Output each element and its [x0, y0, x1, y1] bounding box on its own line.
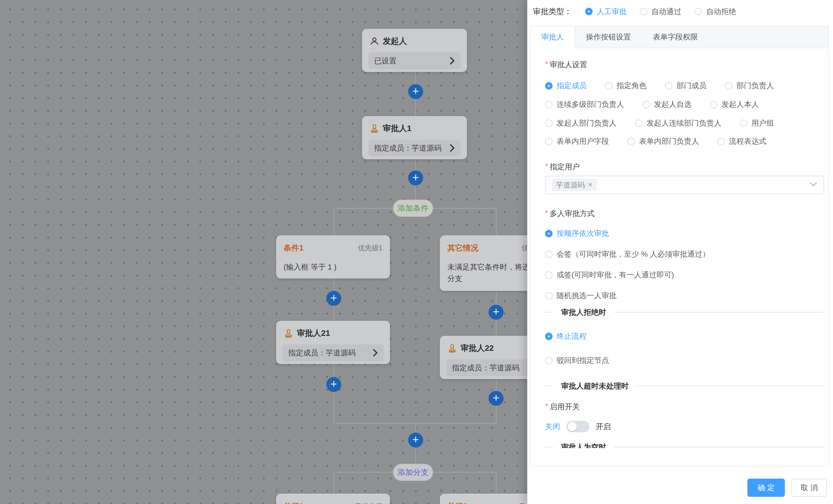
node-summary[interactable]: 已设置 [368, 52, 460, 69]
node-summary-text: 指定成员：芋道源码 [288, 348, 356, 358]
divider-line [637, 386, 824, 386]
divider-title: 审批人拒绝时 [553, 307, 614, 318]
radio-label: 发起人本人 [721, 99, 759, 109]
radio-starter-select[interactable]: 发起人自选 [642, 99, 691, 109]
radio-dot [605, 82, 613, 90]
user-icon [370, 36, 379, 46]
radio-starter-multi-dept-leader[interactable]: 发起人连续部门负责人 [635, 118, 721, 128]
radio-return-to-node[interactable]: 驳回到指定节点 [545, 355, 609, 366]
node-header: 条件1 优先级1 [276, 235, 390, 253]
node-approver21[interactable]: 审批人21 指定成员：芋道源码 [276, 321, 390, 364]
radio-assign-role[interactable]: 指定角色 [605, 81, 646, 91]
tab-form-field-permission[interactable]: 表单字段权限 [642, 26, 709, 48]
node-approver1[interactable]: 审批人1 指定成员：芋道源码 [362, 116, 467, 159]
plus-icon: + [493, 306, 499, 318]
tab-approver[interactable]: 审批人 [530, 26, 575, 48]
radio-dot [585, 8, 593, 15]
plus-icon: + [412, 85, 419, 97]
radio-label: 流程表达式 [729, 136, 766, 146]
add-node-button[interactable]: + [408, 171, 423, 185]
toggle-knob [568, 422, 577, 431]
radio-label: 部门成员 [676, 81, 707, 91]
add-condition-button[interactable]: 添加条件 [393, 200, 433, 217]
node-header: 发起人 [362, 29, 467, 50]
approver-setting-row1: 指定成员 指定角色 部门成员 部门负责人 [545, 81, 774, 91]
tag-close-icon[interactable]: ✕ [588, 181, 593, 188]
radio-process-expression[interactable]: 流程表达式 [717, 136, 766, 146]
node-start[interactable]: 发起人 已设置 [362, 29, 467, 72]
radio-dot [710, 101, 717, 108]
node-summary-text: 指定成员：芋道源码 [452, 363, 519, 373]
reject-divider: 审批人拒绝时 [545, 308, 824, 316]
node-parallel1[interactable]: 并行1 无优先级 [276, 494, 390, 504]
radio-form-dept-leader[interactable]: 表单内部门负责人 [627, 136, 699, 146]
radio-form-user-field[interactable]: 表单内用户字段 [545, 136, 609, 146]
radio-label: 连续多级部门负责人 [556, 99, 624, 109]
priority-label: 无优先级 [355, 502, 382, 504]
radio-assign-member[interactable]: 指定成员 [545, 81, 587, 91]
radio-dept-member[interactable]: 部门成员 [665, 81, 707, 91]
switch-off-label: 关闭 [545, 422, 560, 432]
add-node-button[interactable]: + [408, 433, 423, 448]
radio-starter-dept-leader[interactable]: 发起人部门负责人 [545, 118, 617, 128]
required-asterisk: * [545, 59, 548, 68]
reject-options: 终止流程 驳回到指定节点 [545, 331, 609, 366]
add-node-button[interactable]: + [489, 305, 503, 320]
radio-dot [545, 120, 552, 127]
radio-label: 发起人部门负责人 [556, 118, 617, 128]
assign-user-select[interactable]: 芋道源码 ✕ [545, 176, 824, 194]
divider-line [614, 447, 824, 447]
switch-on-label: 开启 [596, 422, 611, 432]
tab-button-settings[interactable]: 操作按钮设置 [575, 26, 642, 48]
node-header: 并行1 无优先级 [276, 494, 390, 504]
radio-multi-level-dept-leader[interactable]: 连续多级部门负责人 [545, 99, 624, 109]
add-node-button[interactable]: + [408, 84, 423, 99]
radio-random-one[interactable]: 随机挑选一人审批 [545, 291, 710, 301]
radio-sequential-approve[interactable]: 按顺序依次审批 [545, 228, 710, 238]
cancel-button[interactable]: 取 消 [791, 479, 827, 497]
tab-content-scroll[interactable]: *审批人设置 指定成员 指定角色 部门成员 部门负责人 连续多级部门负责人 发起… [530, 48, 828, 448]
user-tag-text: 芋道源码 [556, 180, 585, 190]
radio-user-group[interactable]: 用户组 [740, 118, 774, 128]
node-header: 审批人21 [276, 321, 390, 342]
radio-dot [545, 333, 552, 340]
radio-terminate-process[interactable]: 终止流程 [545, 331, 609, 341]
radio-starter-self[interactable]: 发起人本人 [710, 99, 759, 109]
node-title: 审批人1 [383, 123, 412, 134]
approve-type-label: 审批类型： [533, 6, 572, 17]
condition-expression: (输入框 等于 1 ) [276, 253, 390, 273]
radio-manual-approve[interactable]: 人工审批 [585, 7, 627, 17]
add-branch-label: 添加分支 [398, 467, 429, 478]
radio-label: 发起人连续部门负责人 [646, 118, 721, 128]
connector-line [333, 364, 334, 424]
radio-label: 自动通过 [651, 7, 682, 17]
radio-label: 终止流程 [556, 331, 587, 341]
add-node-button[interactable]: + [326, 377, 341, 392]
radio-label: 自动拒绝 [706, 7, 736, 17]
approver-setting-row4: 表单内用户字段 表单内部门负责人 流程表达式 [545, 136, 766, 146]
add-node-button[interactable]: + [489, 391, 503, 406]
radio-dot [695, 8, 702, 15]
plus-icon: + [330, 292, 337, 304]
radio-auto-pass[interactable]: 自动通过 [640, 7, 682, 17]
radio-label: 人工审批 [597, 7, 627, 17]
node-summary[interactable]: 指定成员：芋道源码 [368, 140, 460, 156]
priority-label: 优先级1 [358, 243, 382, 253]
add-branch-button[interactable]: 添加分支 [393, 464, 433, 481]
radio-orsign[interactable]: 或签(可同时审批，有一人通过即可) [545, 270, 710, 280]
radio-dept-leader[interactable]: 部门负责人 [725, 81, 774, 91]
add-node-button[interactable]: + [326, 291, 341, 306]
node-summary[interactable]: 指定成员：芋道源码 [283, 345, 384, 361]
enable-toggle[interactable] [566, 421, 590, 432]
plus-icon: + [412, 172, 419, 183]
node-title: 条件1 [284, 243, 304, 253]
node-summary-text: 已设置 [374, 56, 397, 66]
radio-label: 或签(可同时审批，有一人通过即可) [556, 270, 674, 280]
radio-label: 随机挑选一人审批 [556, 291, 617, 301]
radio-label: 表单内部门负责人 [639, 136, 699, 146]
radio-auto-reject[interactable]: 自动拒绝 [695, 7, 736, 17]
connector-line [333, 208, 334, 235]
radio-countersign[interactable]: 会签（可同时审批，至少 % 人必须审批通过） [545, 249, 710, 259]
confirm-button[interactable]: 确 定 [747, 479, 785, 497]
node-condition1[interactable]: 条件1 优先级1 (输入框 等于 1 ) [276, 235, 390, 278]
